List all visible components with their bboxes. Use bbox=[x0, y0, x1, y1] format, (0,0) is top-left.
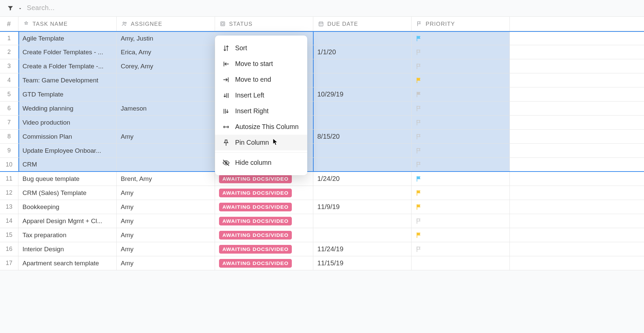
column-header-due-date[interactable]: 31 DUE DATE bbox=[313, 17, 412, 31]
priority-cell[interactable] bbox=[412, 32, 510, 45]
priority-cell[interactable] bbox=[412, 200, 510, 214]
assignee-cell[interactable] bbox=[117, 116, 215, 129]
assignee-cell[interactable] bbox=[117, 87, 215, 101]
assignee-cell[interactable]: Brent, Amy bbox=[117, 172, 215, 186]
priority-cell[interactable] bbox=[412, 144, 510, 157]
status-cell[interactable]: AWAITING DOCS/VIDEO bbox=[215, 256, 313, 270]
table-row[interactable]: 11Bug queue templateBrent, AmyAWAITING D… bbox=[0, 172, 644, 186]
due-date-cell[interactable]: 1/1/20 bbox=[313, 45, 412, 59]
task-name-cell[interactable]: Apartment search template bbox=[18, 256, 117, 270]
due-date-cell[interactable]: 8/15/20 bbox=[313, 130, 412, 143]
priority-cell[interactable] bbox=[412, 228, 510, 242]
column-header-assignee[interactable]: ASSIGNEE bbox=[117, 17, 215, 31]
table-row[interactable]: 12CRM (Sales) TemplateAmyAWAITING DOCS/V… bbox=[0, 186, 644, 200]
assignee-cell[interactable]: Amy bbox=[117, 130, 215, 143]
assignee-cell[interactable]: Amy bbox=[117, 242, 215, 256]
assignee-cell[interactable]: Amy bbox=[117, 186, 215, 200]
status-cell[interactable]: AWAITING DOCS/VIDEO bbox=[215, 200, 313, 214]
task-name-cell[interactable]: Tax preparation bbox=[18, 228, 117, 242]
filter-dropdown-caret[interactable] bbox=[18, 6, 23, 10]
due-date-cell[interactable] bbox=[313, 158, 412, 171]
table-row[interactable]: 16Interior DesignAmyAWAITING DOCS/VIDEO1… bbox=[0, 242, 644, 256]
menu-item-pin-column[interactable]: Pin Column bbox=[215, 135, 307, 150]
task-name-cell[interactable]: Bug queue template bbox=[18, 172, 117, 186]
table-row[interactable]: 6Wedding planningJameson bbox=[0, 102, 644, 116]
assignee-cell[interactable] bbox=[117, 144, 215, 157]
priority-cell[interactable] bbox=[412, 130, 510, 143]
task-name-cell[interactable]: Team: Game Development bbox=[18, 73, 117, 87]
due-date-cell[interactable]: 10/29/19 bbox=[313, 87, 412, 101]
menu-item-move-end[interactable]: Move to end bbox=[215, 72, 307, 87]
assignee-cell[interactable]: Corey, Amy bbox=[117, 59, 215, 73]
priority-cell[interactable] bbox=[412, 214, 510, 228]
status-cell[interactable]: AWAITING DOCS/VIDEO bbox=[215, 214, 313, 228]
priority-cell[interactable] bbox=[412, 172, 510, 186]
priority-cell[interactable] bbox=[412, 102, 510, 115]
due-date-cell[interactable] bbox=[313, 228, 412, 242]
due-date-cell[interactable] bbox=[313, 214, 412, 228]
table-row[interactable]: 8Commission PlanAmy8/15/20 bbox=[0, 130, 644, 144]
assignee-cell[interactable]: Jameson bbox=[117, 102, 215, 115]
assignee-cell[interactable]: Amy bbox=[117, 228, 215, 242]
priority-cell[interactable] bbox=[412, 242, 510, 256]
menu-item-insert-right[interactable]: Insert Right bbox=[215, 103, 307, 119]
task-name-cell[interactable]: CRM (Sales) Template bbox=[18, 186, 117, 200]
search-input[interactable] bbox=[27, 4, 161, 12]
due-date-cell[interactable]: 1/24/20 bbox=[313, 172, 412, 186]
due-date-cell[interactable]: 11/15/19 bbox=[313, 256, 412, 270]
priority-cell[interactable] bbox=[412, 45, 510, 59]
table-row[interactable]: 4Team: Game Development bbox=[0, 73, 644, 87]
task-name-cell[interactable]: CRM bbox=[18, 158, 117, 171]
table-row[interactable]: 5GTD Template10/29/19 bbox=[0, 87, 644, 102]
due-date-cell[interactable]: 11/9/19 bbox=[313, 200, 412, 214]
table-row[interactable]: 3Create a Folder Template -...Corey, Amy bbox=[0, 59, 644, 73]
priority-cell[interactable] bbox=[412, 87, 510, 101]
assignee-cell[interactable]: Amy bbox=[117, 256, 215, 270]
task-name-cell[interactable]: Create Folder Templates - ... bbox=[18, 45, 117, 59]
due-date-cell[interactable] bbox=[313, 102, 412, 115]
table-row[interactable]: 14Apparel Design Mgmt + Cl...AmyAWAITING… bbox=[0, 214, 644, 228]
table-row[interactable]: 1Agile TemplateAmy, Justin bbox=[0, 31, 644, 45]
table-row[interactable]: 17Apartment search templateAmyAWAITING D… bbox=[0, 256, 644, 270]
column-header-priority[interactable]: PRIORITY bbox=[412, 17, 510, 31]
menu-item-insert-left[interactable]: Insert Left bbox=[215, 87, 307, 103]
due-date-cell[interactable] bbox=[313, 144, 412, 157]
due-date-cell[interactable] bbox=[313, 73, 412, 87]
table-row[interactable]: 15Tax preparationAmyAWAITING DOCS/VIDEO bbox=[0, 228, 644, 242]
priority-cell[interactable] bbox=[412, 59, 510, 73]
table-row[interactable]: 2Create Folder Templates - ...Erica, Amy… bbox=[0, 45, 644, 59]
task-name-cell[interactable]: Video production bbox=[18, 116, 117, 129]
due-date-cell[interactable] bbox=[313, 59, 412, 73]
task-name-cell[interactable]: GTD Template bbox=[18, 87, 117, 101]
assignee-cell[interactable]: Amy, Justin bbox=[117, 32, 215, 45]
column-header-status[interactable]: STATUS bbox=[215, 17, 313, 31]
menu-item-autosize[interactable]: Autosize This Column bbox=[215, 119, 307, 135]
priority-cell[interactable] bbox=[412, 186, 510, 200]
menu-item-move-start[interactable]: Move to start bbox=[215, 56, 307, 72]
assignee-cell[interactable]: Erica, Amy bbox=[117, 45, 215, 59]
column-header-task-name[interactable]: TASK NAME bbox=[18, 17, 117, 31]
task-name-cell[interactable]: Create a Folder Template -... bbox=[18, 59, 117, 73]
menu-item-sort[interactable]: Sort bbox=[215, 40, 307, 56]
task-name-cell[interactable]: Commission Plan bbox=[18, 130, 117, 143]
priority-cell[interactable] bbox=[412, 158, 510, 171]
status-cell[interactable]: AWAITING DOCS/VIDEO bbox=[215, 186, 313, 200]
priority-cell[interactable] bbox=[412, 256, 510, 270]
task-name-cell[interactable]: Agile Template bbox=[18, 32, 117, 45]
assignee-cell[interactable] bbox=[117, 158, 215, 171]
column-header-number[interactable]: # bbox=[0, 17, 18, 31]
due-date-cell[interactable] bbox=[313, 186, 412, 200]
task-name-cell[interactable]: Update Employee Onboar... bbox=[18, 144, 117, 157]
task-name-cell[interactable]: Apparel Design Mgmt + Cl... bbox=[18, 214, 117, 228]
assignee-cell[interactable]: Amy bbox=[117, 200, 215, 214]
status-cell[interactable]: AWAITING DOCS/VIDEO bbox=[215, 242, 313, 256]
due-date-cell[interactable] bbox=[313, 116, 412, 129]
due-date-cell[interactable] bbox=[313, 32, 412, 45]
task-name-cell[interactable]: Bookkeeping bbox=[18, 200, 117, 214]
task-name-cell[interactable]: Interior Design bbox=[18, 242, 117, 256]
assignee-cell[interactable]: Amy bbox=[117, 214, 215, 228]
priority-cell[interactable] bbox=[412, 73, 510, 87]
status-cell[interactable]: AWAITING DOCS/VIDEO bbox=[215, 228, 313, 242]
menu-item-hide-column[interactable]: Hide column bbox=[215, 155, 307, 171]
priority-cell[interactable] bbox=[412, 116, 510, 129]
